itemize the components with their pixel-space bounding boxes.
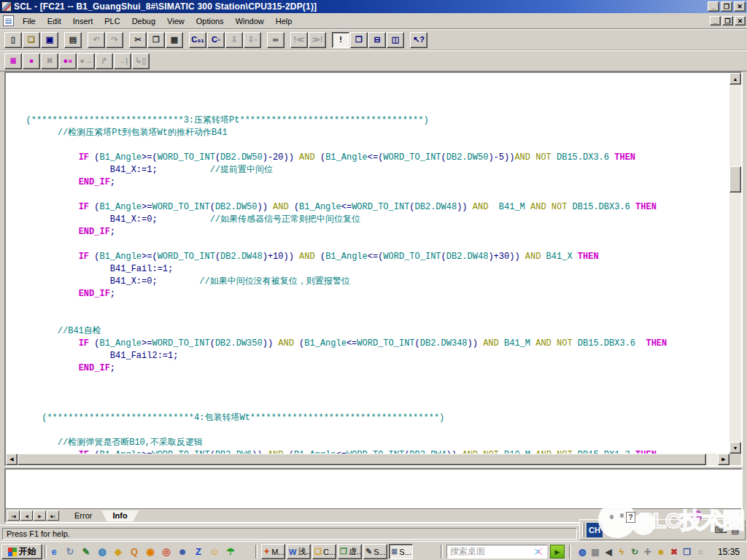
scheduler-icon[interactable]: ↻ xyxy=(629,546,640,558)
z-app-button[interactable]: Z xyxy=(193,545,204,557)
taskbtn-step7-icon: ✎ xyxy=(365,547,372,556)
umbrella-app-button[interactable]: ☂ xyxy=(225,545,236,557)
code-line xyxy=(10,139,729,152)
document-icon[interactable]: ▤ xyxy=(3,15,14,26)
close-button[interactable]: ✕ xyxy=(734,1,746,12)
taskbar-clock[interactable]: 15:35 xyxy=(718,547,743,557)
notepad-button[interactable]: ✎ xyxy=(80,545,92,557)
network-globe-icon[interactable]: ◍ xyxy=(576,546,588,558)
volume-icon[interactable]: ◀ xyxy=(603,546,614,558)
download-icon: ⇩ xyxy=(231,36,237,44)
desktop-search-input[interactable]: 搜索桌面 xyxy=(446,545,547,559)
symbol-address-button[interactable]: C₀₁ xyxy=(189,32,206,48)
taskbtn-vm[interactable]: ❒虚... xyxy=(338,544,362,559)
menu-plc[interactable]: PLC xyxy=(98,15,125,28)
doc-close-button[interactable]: ✕ xyxy=(735,16,746,26)
symbol-block-button[interactable]: C▫ xyxy=(207,32,225,48)
taskbtn-folder[interactable]: ❏C... xyxy=(312,544,336,559)
menu-edit[interactable]: Edit xyxy=(42,15,67,28)
code-token xyxy=(10,289,79,299)
tab-info[interactable]: Info xyxy=(101,510,139,522)
monitor-glasses-button[interactable]: ∞ xyxy=(267,32,285,48)
output-content[interactable] xyxy=(6,470,741,508)
menu-window[interactable]: Window xyxy=(230,15,270,28)
network-card-icon[interactable]: ▦ xyxy=(589,546,601,558)
scroll-up-button[interactable]: ▲ xyxy=(729,73,741,85)
open-button[interactable]: ❏ xyxy=(23,32,40,48)
globe-button[interactable]: ◍ xyxy=(96,545,108,557)
horizontal-scroll-thumb[interactable] xyxy=(18,454,706,465)
search-tool-button[interactable]: Q xyxy=(128,545,140,557)
vertical-scroll-thumb[interactable] xyxy=(729,166,741,192)
service-stopped-icon[interactable]: ✖ xyxy=(668,546,680,558)
save-button[interactable]: ▣ xyxy=(41,32,58,48)
menu-debug[interactable]: Debug xyxy=(126,15,161,28)
magnifier-icon[interactable]: ○ xyxy=(694,546,706,558)
power-meter-icon[interactable]: ϟ xyxy=(616,546,627,558)
help-pointer-button[interactable]: ↖? xyxy=(410,32,427,48)
tile-vertical-button[interactable]: ◫ xyxy=(387,32,404,48)
horizontal-scrollbar[interactable]: ◀ ▶ xyxy=(6,454,729,465)
scroll-right-button[interactable]: ▶ xyxy=(718,454,729,465)
users-button[interactable]: ☻ xyxy=(177,545,188,557)
print-button[interactable]: ▤ xyxy=(64,32,82,48)
minimize-button[interactable]: _ xyxy=(708,1,719,12)
vertical-scrollbar[interactable]: ▲ ▼ xyxy=(729,73,741,454)
redo-button: ↷ xyxy=(106,32,123,48)
keyboard-icon[interactable]: ⌨ xyxy=(713,523,728,537)
output-nav-button-0[interactable]: |◀ xyxy=(7,510,20,521)
tile-horizontal-button[interactable]: ⊟ xyxy=(368,32,386,48)
cut-button[interactable]: ✂ xyxy=(129,32,147,48)
code-token: AND xyxy=(483,338,499,349)
language-bar-grip[interactable] xyxy=(582,523,584,537)
doc-restore-button[interactable]: ❐ xyxy=(722,16,733,26)
menu-help[interactable]: Help xyxy=(270,15,298,28)
scroll-left-button[interactable]: ◀ xyxy=(6,454,18,465)
app-icon[interactable] xyxy=(1,1,12,12)
compile-button[interactable]: ! xyxy=(332,32,349,48)
menu-view[interactable]: View xyxy=(161,15,190,28)
taskbtn-step7[interactable]: ✎S... xyxy=(363,544,387,559)
code-line xyxy=(10,238,729,251)
tool-icon[interactable]: ✛ xyxy=(642,546,654,558)
gold-folder-button[interactable]: ◆ xyxy=(112,545,124,557)
tab-error[interactable]: Error xyxy=(63,510,104,522)
language-indicator[interactable]: CH xyxy=(587,523,603,537)
cd-burner-button[interactable]: ◎ xyxy=(160,545,172,557)
code-token: <=( xyxy=(368,252,384,262)
output-panel: |◀◀▶▶| ErrorInfo xyxy=(4,468,743,524)
media-player-button[interactable]: ◉ xyxy=(144,545,156,557)
start-button[interactable]: 开始 xyxy=(1,544,42,559)
code-editor[interactable]: (*****************************3:压紧转塔Pt**… xyxy=(6,73,729,454)
paste-button[interactable]: ▦ xyxy=(166,32,183,48)
ime-menu-icon-glyph: ▤ xyxy=(731,525,739,535)
cascade-windows-button[interactable]: ❐ xyxy=(350,32,368,48)
doc-minimize-button[interactable]: _ xyxy=(710,16,721,26)
code-token: //B41自检 xyxy=(10,326,101,336)
compile-icon: ! xyxy=(339,36,342,44)
menu-file[interactable]: File xyxy=(17,15,42,28)
ime-menu-icon[interactable]: ▤ xyxy=(728,523,743,537)
network-computers-icon[interactable]: ❒ xyxy=(681,546,693,558)
output-nav-button-1[interactable]: ◀ xyxy=(20,510,33,521)
menu-insert[interactable]: Insert xyxy=(67,15,99,28)
menu-options[interactable]: Options xyxy=(190,15,230,28)
output-nav-button-2[interactable]: ▶ xyxy=(34,510,46,521)
set-breakpoint-button[interactable]: ● xyxy=(23,53,40,69)
activate-breakpoints-button[interactable]: ●» xyxy=(59,53,77,69)
taskbtn-msn[interactable]: ✦M... xyxy=(261,544,285,559)
output-nav-button-3[interactable]: ▶| xyxy=(47,510,59,521)
code-token: DB2.DW50 xyxy=(220,152,263,163)
search-go-button[interactable]: ▶ xyxy=(550,545,565,559)
taskbtn-scl[interactable]: ≣S... xyxy=(389,544,413,559)
ie-button[interactable]: e xyxy=(48,545,60,557)
tiger-app-button[interactable]: ☺ xyxy=(209,545,220,557)
restore-button[interactable]: ❐ xyxy=(721,1,732,12)
copy-button[interactable]: ❐ xyxy=(147,32,165,48)
sync-button[interactable]: ↻ xyxy=(64,545,76,557)
taskbtn-word-doc[interactable]: W浅... xyxy=(287,544,311,559)
antivirus-bird-icon[interactable]: ☻ xyxy=(655,546,667,558)
scroll-down-button[interactable]: ▼ xyxy=(729,442,741,454)
breakpoint-list-button[interactable]: ≣ xyxy=(4,53,22,69)
new-button[interactable]: ▯ xyxy=(4,32,22,48)
